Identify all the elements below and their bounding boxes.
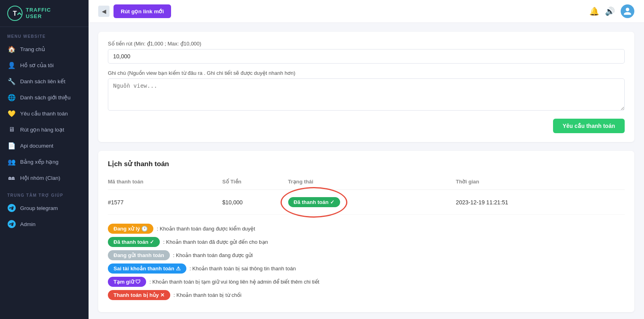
legend-desc-2: : Khoản thanh toán đang được gửi [173,252,253,258]
main-content: ◀ Rút gọn link mới 🔔 🔊 Số tiền rút (Min:… [89,0,644,319]
collapse-sidebar-button[interactable]: ◀ [98,6,109,17]
legend-desc-3: : Khoản thanh toán bị sai thông tin than… [190,265,296,272]
cell-thoi-gian: 2023-12-19 11:21:51 [456,190,625,215]
payment-history-card: Lịch sử thanh toán Mã thanh toán Số Tiền… [98,151,634,312]
legend-section: Đang xử lý 🕐 : Khoản thanh toán đang đượ… [108,224,625,300]
legend-badge-yellow: Đang xử lý 🕐 [108,224,153,234]
legend-badge-blue: Sai tài khoản thanh toán ⚠ [108,263,186,274]
amount-input[interactable] [108,49,625,64]
sidebar-item-label: Danh sách liên kết [20,78,66,84]
submit-button[interactable]: Yêu cầu thanh toán [553,119,625,133]
sidebar-item-hoi-nhom[interactable]: 🏘 Hội nhóm (Clan) [0,170,89,186]
sidebar-item-label: Hội nhóm (Clan) [20,175,60,181]
sidebar-item-label: Bảng xếp hạng [20,158,58,165]
note-label: Ghi chú (Nguồn view bạn kiếm từ đâu ra .… [108,70,625,76]
telegram-icon [7,204,16,212]
sidebar-item-label: Admin [20,221,35,227]
legend-item-3: Sai tài khoản thanh toán ⚠ : Khoản thanh… [108,263,625,274]
clan-icon: 🏘 [7,173,16,182]
bell-icon[interactable]: 🔔 [589,6,599,16]
sidebar-item-label: Trang chủ [20,46,45,52]
user-icon: 👤 [7,61,16,70]
sidebar-item-label: Group telegram [20,205,58,211]
sidebar: T TRAFFIC USER MENU WEBSITE 🏠 Trang chủ … [0,0,89,319]
sidebar-item-yeu-cau-thanh-toan[interactable]: 💛 Yêu cầu thanh toán [0,105,89,121]
logo-area: T TRAFFIC USER [0,0,89,27]
legend-desc-0: : Khoản thanh toán đang được kiểm duyệt [157,226,255,232]
sidebar-item-bang-xep-hang[interactable]: 👥 Bảng xếp hạng [0,154,89,170]
topbar: ◀ Rút gọn link mới 🔔 🔊 [89,0,644,23]
link-icon: 🔧 [7,77,16,86]
legend-item-4: Tạm giữ 🛡 : Khoản thanh toán bị tạm giữ … [108,277,625,287]
sidebar-item-danh-sach-gioi-thieu[interactable]: 🌐 Danh sách giới thiệu [0,89,89,105]
speaker-icon[interactable]: 🔊 [605,6,615,16]
section-title: Lịch sử thanh toán [108,160,625,168]
logo-text: TRAFFIC USER [26,7,51,19]
form-card: Số tiền rút (Min: ₫1,000 ; Max: ₫10,000)… [98,32,634,142]
sidebar-item-label: Api document [20,143,54,149]
menu-section-label: MENU WEBSITE [0,27,89,41]
col-thoi-gian: Thời gian [456,175,625,190]
support-section-label: TRUNG TÂM TRỢ GIÚP [0,186,89,200]
legend-badge-green: Đã thanh toán ✓ [108,237,160,247]
legend-item-5: Thanh toán bị hủy ✕ : Khoản thanh toán b… [108,290,625,300]
topbar-actions: 🔔 🔊 [589,4,634,18]
referral-icon: 🌐 [7,93,16,102]
legend-desc-4: : Khoản thanh toán bị tạm giữ vui lòng l… [149,279,319,285]
status-highlight: Đã thanh toán ✓ [288,197,340,207]
avatar[interactable] [621,4,634,18]
api-icon: 📄 [7,141,16,150]
logo-icon: T [7,6,23,21]
bulk-icon: 🖥 [7,125,16,134]
sidebar-item-admin[interactable]: Admin [0,216,89,232]
legend-desc-1: : Khoản thanh toán đã được gửi đến cho b… [163,239,268,245]
payment-table: Mã thanh toán Số Tiền Trạng thái Thời gi… [108,175,625,215]
col-ma: Mã thanh toán [108,175,222,190]
note-textarea[interactable] [108,78,625,111]
amount-label: Số tiền rút (Min: ₫1,000 ; Max: ₫10,000) [108,41,625,47]
sidebar-item-trang-chu[interactable]: 🏠 Trang chủ [0,41,89,57]
note-group: Ghi chú (Nguồn view bạn kiếm từ đâu ra .… [108,70,625,112]
sidebar-item-api[interactable]: 📄 Api document [0,138,89,154]
svg-text:T: T [13,10,17,17]
legend-badge-purple: Tạm giữ 🛡 [108,277,146,287]
col-so-tien: Số Tiền [222,175,288,190]
cell-trang-thai: Đã thanh toán ✓ [288,190,456,215]
legend-item-1: Đã thanh toán ✓ : Khoản thanh toán đã đư… [108,237,625,247]
sidebar-item-rut-gon-hang-loat[interactable]: 🖥 Rút gọn hàng loạt [0,121,89,138]
legend-badge-red: Thanh toán bị hủy ✕ [108,290,170,300]
sidebar-item-label: Rút gọn hàng loạt [20,126,64,133]
legend-desc-5: : Khoản thanh toán bị từ chối [173,292,242,298]
legend-item-2: Đang gửi thanh toán : Khoản thanh toán đ… [108,250,625,260]
col-trang-thai: Trạng thái [288,175,456,190]
cell-ma: #1577 [108,190,222,215]
table-row: #1577 $10,000 Đã thanh toán ✓ 2023-12-19… [108,190,625,215]
legend-badge-gray: Đang gửi thanh toán [108,250,170,260]
sidebar-item-label: Yêu cầu thanh toán [20,110,68,117]
home-icon: 🏠 [7,45,16,54]
status-badge: Đã thanh toán ✓ [288,197,340,207]
sidebar-item-danh-sach-lien-ket[interactable]: 🔧 Danh sách liên kết [0,73,89,89]
sidebar-item-ho-so[interactable]: 👤 Hồ sơ của tôi [0,57,89,73]
ranking-icon: 👥 [7,157,16,166]
legend-item-0: Đang xử lý 🕐 : Khoản thanh toán đang đượ… [108,224,625,234]
admin-telegram-icon [7,220,16,228]
page-content: Số tiền rút (Min: ₫1,000 ; Max: ₫10,000)… [89,23,644,319]
rut-gon-link-button[interactable]: Rút gọn link mới [114,4,171,18]
sidebar-item-label: Hồ sơ của tôi [20,62,54,68]
sidebar-item-group-telegram[interactable]: Group telegram [0,200,89,216]
payment-icon: 💛 [7,109,16,118]
cell-so-tien: $10,000 [222,190,288,215]
sidebar-item-label: Danh sách giới thiệu [20,94,70,101]
amount-group: Số tiền rút (Min: ₫1,000 ; Max: ₫10,000) [108,41,625,64]
